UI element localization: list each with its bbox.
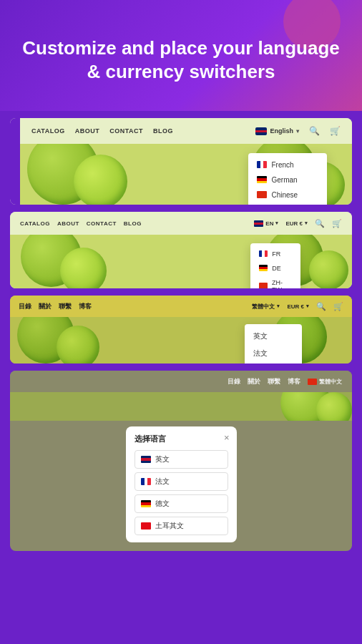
demo2-lime-2 <box>60 248 107 288</box>
demo2-navbar: CATALOG ABOUT CONTACT BLOG EN ▾ FR <box>10 212 352 235</box>
demo4-option-de[interactable]: 德文 <box>134 494 228 513</box>
demo2-flag-fr <box>259 250 268 257</box>
demo4-label-tr: 土耳其文 <box>155 521 184 531</box>
demo3-navbar: 目錄 關於 聯繫 博客 繁體中文 ▾ 英文 法 <box>10 296 352 317</box>
demo2-chevron-icon: ▾ <box>275 220 278 226</box>
demo1-option-chinese[interactable]: Chinese <box>248 187 327 203</box>
demo3-option-de[interactable]: 德文 <box>245 362 302 364</box>
demo3-currency-chevron-icon: ▾ <box>306 303 309 309</box>
demo3-lang-label: 繁體中文 <box>252 303 275 311</box>
demo1-lang-switcher[interactable]: English ▾ French German <box>255 127 299 135</box>
demo4-modal-container: 选择语言 × 英文 法文 德文 <box>10 421 352 551</box>
demo2-label-de: DE <box>272 265 281 272</box>
demo1-nav-catalog[interactable]: CATALOG <box>31 127 65 135</box>
demo4-lime-2 <box>316 392 352 421</box>
demo4-label-en: 英文 <box>155 454 170 464</box>
demo3-nav-about[interactable]: 關於 <box>39 302 52 311</box>
demo3-label-fr: 法文 <box>253 348 268 358</box>
demo2-currency-label: EUR € <box>285 220 303 227</box>
demo3-search-icon[interactable]: 🔍 <box>316 302 326 311</box>
demo2-label-zh: ZH-TW <box>272 279 292 289</box>
demo2-nav-catalog[interactable]: CATALOG <box>20 220 50 227</box>
demo4-option-en[interactable]: 英文 <box>134 450 228 469</box>
demo4-lang-label: 繁體中文 <box>319 378 342 386</box>
purple-left-bar <box>10 118 20 205</box>
demo1-lang-button[interactable]: English ▾ <box>255 127 299 135</box>
demo2-flag-de <box>259 265 268 271</box>
demo1-label-chinese: Chinese <box>271 191 298 199</box>
demo4-modal-title: 选择语言 <box>134 434 228 444</box>
demo1-flag-de <box>257 176 267 183</box>
demo-card-1: CATALOG ABOUT CONTACT BLOG English ▾ <box>10 118 352 205</box>
demo2-option-de[interactable]: DE <box>250 261 300 275</box>
demo4-option-tr[interactable]: 土耳其文 <box>134 517 228 535</box>
demo4-option-fr[interactable]: 法文 <box>134 472 228 491</box>
demo2-dropdown: FR DE ZH-TW TR <box>250 243 300 289</box>
demo3-dropdown: 英文 法文 德文 土耳其文 <box>245 324 302 364</box>
demo2-option-fr[interactable]: FR <box>250 247 300 261</box>
demo3-label-en: 英文 <box>253 331 268 341</box>
demo1-lime-2 <box>74 155 127 205</box>
demo1-nav-blog[interactable]: BLOG <box>153 127 173 135</box>
demo1-flag-cn <box>257 191 267 198</box>
demo3-option-fr[interactable]: 法文 <box>245 345 302 362</box>
hero-title: Customize and place your language & curr… <box>17 36 345 83</box>
demo1-cart-icon[interactable]: 🛒 <box>330 126 341 136</box>
demo1-label-german: German <box>271 176 297 184</box>
demo3-nav-catalog[interactable]: 目錄 <box>19 302 31 311</box>
demo-card-2: CATALOG ABOUT CONTACT BLOG EN ▾ FR <box>10 212 352 288</box>
demo1-lang-label: English <box>270 127 293 135</box>
demo4-nav-about[interactable]: 關於 <box>248 377 260 386</box>
demo4-navbar: 目錄 關於 聯繫 博客 繁體中文 <box>10 371 352 392</box>
demo1-option-german[interactable]: German <box>248 172 327 187</box>
demo3-wrapper: 目錄 關於 聯繫 博客 繁體中文 ▾ 英文 法 <box>10 296 352 364</box>
demo2-lang-switcher[interactable]: EN ▾ FR DE <box>254 220 278 227</box>
demo3-chevron-icon: ▾ <box>277 303 280 309</box>
demo4-lang-switcher[interactable]: 繁體中文 <box>308 378 342 386</box>
demo1-uk-flag <box>255 127 267 135</box>
demo1-search-icon[interactable]: 🔍 <box>309 126 320 136</box>
demo4-close-button[interactable]: × <box>224 432 230 443</box>
demo3-nav-blog[interactable]: 博客 <box>79 302 92 311</box>
demo4-lime-area <box>10 392 352 421</box>
demo2-nav-contact[interactable]: CONTACT <box>87 220 117 227</box>
demo1-label-french: French <box>271 161 293 169</box>
demo1-option-french[interactable]: French <box>248 157 327 172</box>
demo2-wrapper: CATALOG ABOUT CONTACT BLOG EN ▾ FR <box>10 212 352 288</box>
demo3-lang-button[interactable]: 繁體中文 ▾ <box>252 303 280 311</box>
demo2-lang-button[interactable]: EN ▾ <box>254 220 278 227</box>
demo4-modal: 选择语言 × 英文 法文 德文 <box>126 426 237 542</box>
demo3-lang-switcher[interactable]: 繁體中文 ▾ 英文 法文 德文 <box>252 303 280 311</box>
demo3-currency-switcher[interactable]: EUR € ▾ <box>287 303 309 310</box>
demo4-nav-catalog[interactable]: 目錄 <box>228 377 240 386</box>
demo1-dropdown: French German Chinese <box>248 153 327 205</box>
demo2-search-icon[interactable]: 🔍 <box>315 219 325 228</box>
hero-section: Customize and place your language & curr… <box>0 0 362 111</box>
demo4-label-de: 德文 <box>155 499 170 509</box>
demo2-label-fr: FR <box>272 250 280 258</box>
demo2-uk-flag <box>254 220 263 227</box>
demo-card-3: 目錄 關於 聯繫 博客 繁體中文 ▾ 英文 法 <box>10 296 352 364</box>
demo1-flag-fr <box>257 161 267 168</box>
demo2-nav-about[interactable]: ABOUT <box>57 220 79 227</box>
demo4-flag-tw <box>308 379 317 385</box>
demo4-flag-de <box>141 500 151 507</box>
demo2-currency-switcher[interactable]: EUR € ▾ <box>285 220 308 227</box>
demo2-lime-4 <box>309 250 348 288</box>
demo3-lime-2 <box>57 326 99 364</box>
demo3-nav-contact[interactable]: 聯繫 <box>59 302 72 311</box>
demo4-nav-contact[interactable]: 聯繫 <box>268 377 280 386</box>
demo2-option-zh[interactable]: ZH-TW <box>250 275 300 289</box>
demo2-nav-blog[interactable]: BLOG <box>124 220 142 227</box>
demo1-nav-about[interactable]: ABOUT <box>75 127 100 135</box>
demo1-nav-contact[interactable]: CONTACT <box>109 127 143 135</box>
demo2-lang-label: EN <box>265 220 273 227</box>
demo3-option-en[interactable]: 英文 <box>245 328 302 345</box>
demo4-nav-blog[interactable]: 博客 <box>288 377 300 386</box>
demos-container: CATALOG ABOUT CONTACT BLOG English ▾ <box>0 111 362 561</box>
demo2-cart-icon[interactable]: 🛒 <box>332 219 342 228</box>
demo3-cart-icon[interactable]: 🛒 <box>333 302 343 311</box>
demo4-flag-uk <box>141 456 151 463</box>
demo4-wrapper: 目錄 關於 聯繫 博客 繁體中文 选择语言 × <box>10 371 352 551</box>
demo1-option-turkish[interactable]: Turkish <box>248 203 327 205</box>
